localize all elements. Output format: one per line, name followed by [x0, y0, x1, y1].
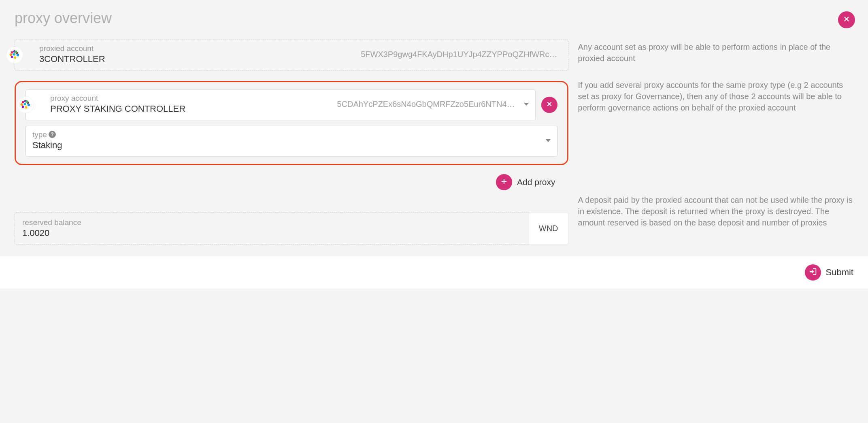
footer: Submit [0, 256, 868, 289]
proxy-account-name: PROXY STAKING CONTROLLER [50, 104, 337, 114]
help-text-deposit: A deposit paid by the proxied account th… [578, 194, 853, 228]
proxied-account-label: proxied account [39, 44, 361, 53]
reserved-balance-label: reserved balance [22, 218, 523, 227]
proxy-account-address: 5CDAhYcPZEx6sN4oGbQMRFZzo5Eur6NTN4… [337, 100, 519, 109]
proxy-type-selector[interactable]: type ? Staking [26, 126, 557, 157]
proxy-type-label: type [32, 130, 47, 139]
reserved-balance-value: 1.0020 [22, 228, 523, 238]
close-icon [843, 15, 850, 24]
reserved-balance-card: reserved balance 1.0020 [15, 212, 531, 244]
add-proxy-button[interactable] [496, 174, 512, 190]
proxy-type-value: Staking [32, 140, 541, 151]
close-icon [546, 101, 553, 109]
reserved-balance-unit: WND [529, 212, 568, 244]
remove-proxy-button[interactable] [541, 97, 557, 113]
proxied-account-card: proxied account 3CONTROLLER 5FWX3P9gwg4F… [15, 40, 568, 70]
page-title: proxy overview [0, 0, 868, 32]
close-button[interactable] [838, 11, 855, 28]
proxied-account-address: 5FWX3P9gwg4FKAyDHp1UYJp4ZZYPPoQZHfWRc… [361, 50, 561, 59]
help-icon[interactable]: ? [49, 131, 56, 138]
proxy-config-highlight: proxy account PROXY STAKING CONTROLLER 5… [15, 81, 568, 165]
help-text-proxy-types: If you add several proxy accounts for th… [578, 79, 853, 113]
proxied-account-name: 3CONTROLLER [39, 54, 361, 64]
proxy-account-label: proxy account [50, 94, 337, 103]
chevron-down-icon [524, 103, 529, 106]
submit-label: Submit [826, 267, 853, 278]
proxy-account-selector[interactable]: proxy account PROXY STAKING CONTROLLER 5… [26, 89, 536, 120]
add-proxy-label: Add proxy [517, 177, 555, 187]
proxy-identicon [17, 96, 34, 113]
plus-icon [500, 178, 508, 187]
sign-in-icon [808, 267, 817, 278]
chevron-down-icon [546, 139, 551, 142]
help-text-proxied: Any account set as proxy will be able to… [578, 41, 853, 64]
proxied-identicon [6, 47, 23, 64]
submit-button[interactable]: Submit [805, 264, 853, 281]
